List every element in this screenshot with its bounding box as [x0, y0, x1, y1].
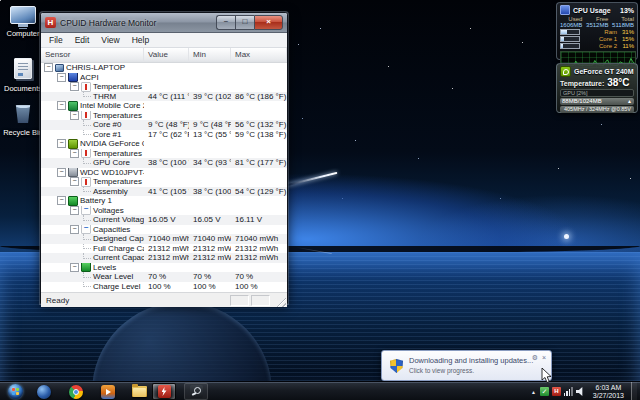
expander-icon[interactable]: −: [70, 263, 79, 272]
expander-icon[interactable]: −: [57, 73, 66, 82]
column-header-min[interactable]: Min: [189, 48, 231, 62]
taskbar-button-steam[interactable]: [184, 383, 208, 400]
sensor-row[interactable]: Current Capacity21312 mWh21312 mWh21312 …: [41, 253, 287, 263]
sensor-row[interactable]: Designed Capaci...71040 mWh71040 mWh7104…: [41, 234, 287, 244]
balloon-close-icon[interactable]: ×: [542, 354, 546, 362]
expander-icon[interactable]: −: [70, 177, 79, 186]
hwmonitor-tray-icon[interactable]: H: [552, 387, 561, 396]
sensor-label: Voltages: [93, 206, 124, 216]
taskbar-button-media-player[interactable]: [96, 383, 120, 400]
expander-icon[interactable]: −: [70, 149, 79, 158]
taskbar-button-hwmonitor[interactable]: [152, 383, 176, 400]
group-row[interactable]: −CHRIS-LAPTOP: [41, 63, 287, 73]
close-button[interactable]: ×: [254, 15, 283, 30]
balloon-settings-icon[interactable]: ⚙: [532, 354, 538, 362]
menu-edit[interactable]: Edit: [69, 34, 96, 47]
sensor-min: [189, 73, 231, 83]
sensor-label: Core #0: [93, 120, 121, 130]
sensor-row[interactable]: GPU Core38 °C (100 °F)34 °C (93 °F)81 °C…: [41, 158, 287, 168]
update-tray-icon[interactable]: ✓: [540, 387, 549, 396]
column-header-max[interactable]: Max: [231, 48, 287, 62]
cpu-meter: Ram31%: [560, 29, 634, 35]
sensor-cell: −~Capacities: [41, 225, 144, 235]
desktop-icon-recycle-bin[interactable]: Recycle Bin: [1, 104, 45, 137]
minimize-button[interactable]: −: [216, 15, 235, 30]
title-bar[interactable]: H CPUID Hardware Monitor − □ ×: [41, 13, 287, 33]
desktop-icon-computer[interactable]: Computer: [1, 6, 45, 38]
column-header-sensor[interactable]: Sensor: [41, 48, 144, 62]
expander-icon[interactable]: −: [57, 101, 66, 110]
meter-fill: [561, 44, 563, 48]
sensor-row[interactable]: Core #09 °C (48 °F)9 °C (48 °F)56 °C (13…: [41, 120, 287, 130]
sensor-row[interactable]: Assembly41 °C (105 °F)38 °C (100 °F)54 °…: [41, 187, 287, 197]
levels-icon: [81, 263, 91, 273]
sensor-cell: −NVIDIA GeForce GT 240M: [41, 139, 144, 149]
sensor-row[interactable]: THRM44 °C (111 °F)39 °C (102 °F)86 °C (1…: [41, 92, 287, 102]
desktop-icon-documents[interactable]: Documents: [1, 58, 45, 93]
balloon-subtitle: Click to view progress.: [409, 367, 474, 374]
expander-icon[interactable]: −: [70, 206, 79, 215]
group-row[interactable]: −Temperatures: [41, 111, 287, 121]
balloon-title: Downloading and installing updates...: [409, 356, 533, 365]
group-row[interactable]: −Intel Mobile Core 2 Duo: [41, 101, 287, 111]
sensor-row[interactable]: Core #117 °C (62 °F)13 °C (55 °F)59 °C (…: [41, 130, 287, 140]
group-row[interactable]: −~Voltages: [41, 206, 287, 216]
sensor-value: [144, 82, 189, 92]
expander-icon[interactable]: −: [70, 111, 79, 120]
group-row[interactable]: −Temperatures: [41, 177, 287, 187]
sensor-cell: −~Voltages: [41, 206, 144, 216]
expander-icon[interactable]: −: [57, 196, 66, 205]
group-row[interactable]: −~Capacities: [41, 225, 287, 235]
volume-icon[interactable]: [576, 387, 586, 396]
sensor-cell: Assembly: [41, 187, 144, 197]
sensor-row[interactable]: Wear Level70 %70 %70 %: [41, 272, 287, 282]
expander-icon[interactable]: −: [57, 168, 66, 177]
update-notification-balloon[interactable]: Downloading and installing updates... Cl…: [381, 350, 552, 381]
show-desktop-button[interactable]: [631, 382, 637, 400]
group-row[interactable]: −ACPI: [41, 73, 287, 83]
clock[interactable]: 6:03 AM 3/27/2013: [589, 384, 628, 400]
sensor-label: CHRIS-LAPTOP: [66, 63, 125, 73]
taskbar-button-globe-browser[interactable]: [32, 383, 56, 400]
taskbar-button-explorer[interactable]: [127, 383, 151, 400]
group-row[interactable]: −Battery 1: [41, 196, 287, 206]
sensor-min: 39 °C (102 °F): [189, 92, 231, 102]
sensor-min: 34 °C (93 °F): [189, 158, 231, 168]
start-button[interactable]: [4, 383, 26, 400]
menu-view[interactable]: View: [95, 34, 125, 47]
resize-grip[interactable]: [274, 295, 286, 307]
sensor-max: [231, 149, 287, 159]
group-row[interactable]: −Levels: [41, 263, 287, 273]
sensor-min: 13 °C (55 °F): [189, 130, 231, 140]
clock-time: 6:03 AM: [596, 384, 622, 391]
group-row[interactable]: −NVIDIA GeForce GT 240M: [41, 139, 287, 149]
taskbar-button-chrome[interactable]: [64, 383, 88, 400]
expand-arrow-icon[interactable]: ▲: [627, 98, 632, 105]
group-row[interactable]: −Temperatures: [41, 149, 287, 159]
expander-icon[interactable]: −: [44, 63, 53, 72]
desktop-icon-label: Recycle Bin: [1, 129, 45, 137]
sensor-label: Temperatures: [93, 177, 142, 187]
maximize-button[interactable]: □: [235, 15, 254, 30]
menu-help[interactable]: Help: [126, 34, 155, 47]
sensor-min: [189, 196, 231, 206]
sensor-row[interactable]: Full Charge Cap...21312 mWh21312 mWh2131…: [41, 244, 287, 254]
sensor-value: 21312 mWh: [144, 253, 189, 263]
status-panel: [251, 295, 270, 306]
sensor-row[interactable]: Current Voltage16.05 V16.05 V16.11 V: [41, 215, 287, 225]
expander-icon[interactable]: −: [57, 139, 66, 148]
cpu-usage-gadget[interactable]: CPU Usage 13% Used1606MBFree3512MBTotal5…: [556, 2, 638, 60]
network-icon[interactable]: [564, 387, 573, 396]
show-hidden-icons-button[interactable]: ▲: [530, 389, 537, 395]
memory-value: 3512MB: [586, 22, 608, 28]
gpu-gadget[interactable]: GeForce GT 240M Temperature: 38°C GPU [2…: [556, 63, 638, 113]
sensor-max: 81 °C (177 °F): [231, 158, 287, 168]
group-row[interactable]: −Temperatures: [41, 82, 287, 92]
sensor-row[interactable]: Charge Level100 %100 %100 %: [41, 282, 287, 292]
menu-file[interactable]: File: [43, 34, 69, 47]
expander-icon[interactable]: −: [70, 225, 79, 234]
column-header-value[interactable]: Value: [144, 48, 189, 62]
group-row[interactable]: −WDC WD10JPVT-00A1Y...: [41, 168, 287, 178]
sensor-max: [231, 177, 287, 187]
expander-icon[interactable]: −: [70, 82, 79, 91]
